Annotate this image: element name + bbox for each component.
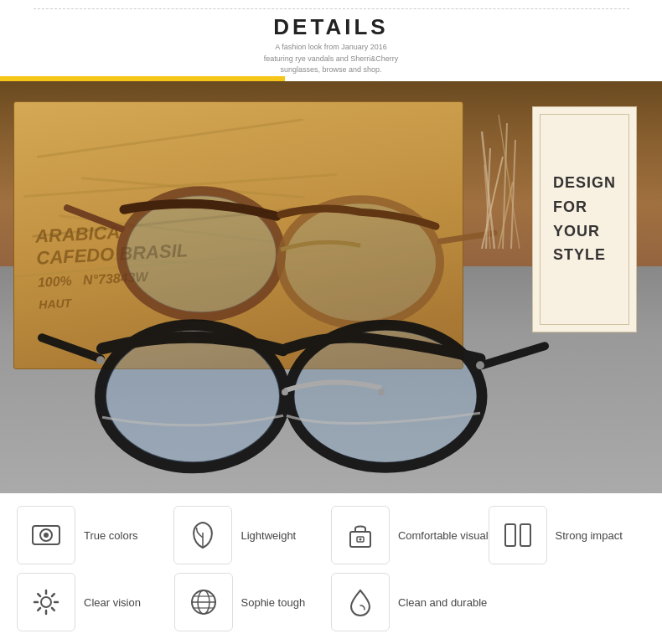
strong-impact-label: Strong impact: [556, 529, 623, 542]
columns-icon: [502, 519, 534, 551]
clear-vision-label: Clear vision: [84, 596, 141, 609]
header-section: DETAILS A fashion look from January 2016…: [0, 0, 662, 81]
design-card: DESIGN FOR YOUR STYLE: [532, 106, 637, 332]
svg-point-30: [359, 538, 361, 541]
feature-row-2: Clear vision Sophie tough: [17, 573, 645, 631]
svg-rect-31: [505, 524, 515, 546]
svg-line-17: [482, 131, 494, 249]
clean-durable-label: Clean and durable: [398, 596, 487, 609]
true-colors-label: True colors: [84, 529, 138, 542]
sophie-tough-icon-box: [174, 573, 233, 631]
true-colors-icon-box: [17, 506, 75, 564]
svg-rect-32: [520, 524, 530, 546]
photo-canvas: ARABICA CAFEDO BRASIL 100% N°73843W HAUT: [0, 81, 662, 494]
lightweight-label: Lightweight: [240, 529, 296, 542]
page-title: DETAILS: [273, 14, 388, 40]
feature-sophie-tough: Sophie tough: [174, 573, 332, 631]
clean-durable-icon-box: [331, 573, 390, 631]
comfortable-visual-label: Comfortable visual: [398, 529, 489, 542]
lightweight-icon-box: [173, 506, 232, 564]
feature-lightweight: Lightweight: [173, 506, 330, 564]
svg-line-23: [499, 182, 513, 249]
feature-comfortable-visual: Comfortable visual: [331, 506, 489, 564]
drop-icon: [344, 586, 376, 618]
main-image-area: ARABICA CAFEDO BRASIL 100% N°73843W HAUT: [0, 81, 662, 494]
leaf-icon: [187, 519, 219, 551]
svg-line-4: [67, 208, 122, 229]
comfortable-icon-box: [331, 506, 390, 564]
eye-icon: [30, 519, 62, 551]
svg-point-7: [106, 330, 280, 462]
feature-clean-durable: Clean and durable: [331, 573, 489, 631]
svg-line-11: [482, 346, 545, 365]
top-divider: [34, 8, 629, 9]
design-card-inner: DESIGN FOR YOUR STYLE: [540, 114, 629, 325]
sophie-tough-label: Sophie tough: [241, 596, 306, 609]
features-section: True colors Lightweight: [0, 493, 662, 644]
design-card-text: DESIGN FOR YOUR STYLE: [553, 171, 616, 267]
feature-row-1: True colors Lightweight: [17, 506, 645, 564]
svg-point-12: [96, 356, 105, 364]
svg-point-33: [41, 597, 51, 607]
feature-strong-impact: Strong impact: [489, 506, 645, 564]
svg-point-15: [378, 389, 385, 395]
svg-point-13: [476, 361, 484, 369]
grass-decoration: [478, 81, 524, 249]
globe-icon: [188, 586, 220, 618]
clear-vision-icon-box: [17, 573, 75, 631]
feature-clear-vision: Clear vision: [17, 573, 174, 631]
svg-line-20: [499, 115, 520, 249]
page-wrapper: DETAILS A fashion look from January 2016…: [0, 0, 662, 644]
gear-icon: [30, 586, 62, 618]
svg-line-10: [42, 337, 101, 358]
feature-true-colors: True colors: [17, 506, 173, 564]
bag-lock-icon: [344, 519, 376, 551]
svg-line-19: [511, 140, 515, 249]
strong-impact-icon-box: [489, 506, 547, 564]
page-subtitle: A fashion look from January 2016 featuri…: [264, 42, 399, 76]
svg-point-14: [282, 389, 288, 395]
svg-point-26: [44, 533, 49, 538]
